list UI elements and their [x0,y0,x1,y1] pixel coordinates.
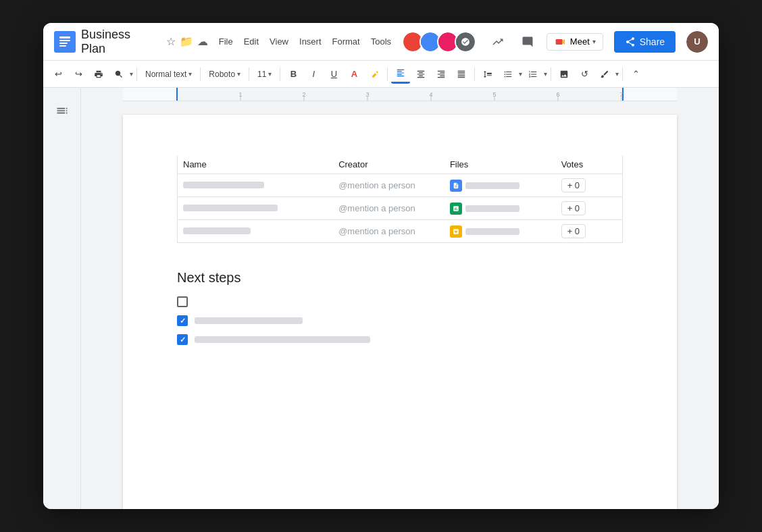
user-avatar[interactable]: U [686,31,708,53]
table-row: @mention a person [178,220,623,243]
docs-app-icon [54,31,76,53]
col-votes-header: Votes [556,155,623,174]
font-size-label: 11 [257,70,266,79]
image-button[interactable] [555,65,574,84]
bold-button[interactable]: B [284,65,303,84]
highlight-button[interactable] [365,65,384,84]
table-cell-creator[interactable]: @mention a person [333,220,444,243]
file-chip [450,203,551,215]
svg-rect-0 [54,31,76,53]
menu-file[interactable]: File [219,36,233,47]
align-right-button[interactable] [432,65,451,84]
svg-rect-1 [59,36,70,38]
menu-tools[interactable]: Tools [371,36,391,47]
checklist [177,296,623,345]
size-chevron: ▾ [268,70,272,78]
table-cell-votes: + 0 [556,220,623,243]
name-placeholder [183,182,264,188]
bullet-list-button[interactable] [499,65,517,84]
table-cell-creator[interactable]: @mention a person [333,174,444,197]
pen-button[interactable] [595,65,614,84]
toolbar-divider-5 [387,68,388,81]
file-placeholder [465,228,519,235]
vote-button[interactable]: + 0 [561,224,586,238]
table-cell-files [444,220,556,243]
table-cell-name [178,174,334,197]
sheets-file-icon [450,203,462,215]
underline-button[interactable]: U [324,65,343,84]
col-name-header: Name [178,155,334,174]
star-icon[interactable]: ☆ [166,35,176,48]
expand-button[interactable]: ⌃ [626,65,645,84]
undo2-button[interactable]: ↺ [575,65,594,84]
comment-icon[interactable] [517,31,538,53]
menu-format[interactable]: Format [332,36,360,47]
paragraph-style-label: Normal text [145,70,186,79]
share-label: Share [640,36,665,47]
data-table: Name Creator Files Votes [177,155,623,243]
checkbox-checked[interactable] [177,315,188,326]
zoom-button[interactable] [109,65,128,84]
table-cell-files [444,197,556,220]
table-cell-name [178,220,334,243]
italic-button[interactable]: I [304,65,323,84]
bullet-chevron: ▾ [519,70,522,78]
svg-rect-4 [59,45,66,47]
align-left-button[interactable] [391,65,410,84]
text-color-button[interactable]: A [345,65,363,84]
outline-icon[interactable] [50,99,74,123]
meet-button[interactable]: Meet ▾ [547,33,603,51]
table-cell-creator[interactable]: @mention a person [333,197,444,220]
font-label: Roboto [209,70,235,79]
cloud-icon[interactable]: ☁ [197,35,208,48]
sidebar-panel [43,88,81,509]
folder-icon[interactable]: 📁 [180,35,193,48]
svg-rect-3 [59,43,68,44]
numbered-chevron: ▾ [544,70,547,78]
menu-view[interactable]: View [270,36,288,47]
share-button[interactable]: Share [614,31,676,53]
menu-insert[interactable]: Insert [299,36,322,47]
name-placeholder [183,205,278,211]
undo-button[interactable]: ↩ [49,65,68,84]
checklist-item [177,334,623,345]
paragraph-style-select[interactable]: Normal text ▾ [141,68,197,81]
docs-file-icon [450,180,462,192]
checkbox-checked[interactable] [177,334,188,345]
paragraph-chevron: ▾ [188,70,192,78]
trending-icon[interactable] [487,31,509,53]
content-wrapper: 1 2 3 4 5 6 7 [43,88,719,509]
toolbar-divider-6 [474,68,475,81]
col-files-header: Files [444,155,556,174]
line-spacing-button[interactable] [478,65,497,84]
print-button[interactable] [89,65,108,84]
font-select[interactable]: Roboto ▾ [204,68,245,81]
header-action-icons: ☆ 📁 ☁ [166,35,208,48]
align-center-button[interactable] [411,65,430,84]
file-placeholder [465,205,519,212]
meet-icon [554,36,567,47]
checklist-item [177,315,623,326]
header: Business Plan ☆ 📁 ☁ File Edit View Inser… [43,23,719,61]
document-scroll-area[interactable]: 1 2 3 4 5 6 7 [81,88,719,509]
justify-button[interactable] [452,65,471,84]
creator-mention: @mention a person [338,203,415,213]
font-chevron: ▾ [237,70,240,78]
font-size-select[interactable]: 11 ▾ [253,68,276,81]
toolbar-divider-7 [551,68,551,81]
toolbar-divider-8 [622,68,623,81]
meet-chevron: ▾ [592,38,596,45]
vote-button[interactable]: + 0 [561,201,586,215]
pen-chevron: ▾ [615,70,619,78]
checkbox-unchecked[interactable] [177,296,188,307]
menu-edit[interactable]: Edit [244,36,259,47]
document-title: Business Plan [81,28,158,56]
vote-button[interactable]: + 0 [561,178,586,192]
next-steps-title: Next steps [177,270,623,286]
redo-button[interactable]: ↪ [69,65,88,84]
numbered-list-button[interactable] [524,65,542,84]
toolbar-divider-3 [249,68,249,81]
next-steps-section: Next steps [177,270,623,345]
creator-mention: @mention a person [338,180,415,190]
table-cell-files [444,174,556,197]
